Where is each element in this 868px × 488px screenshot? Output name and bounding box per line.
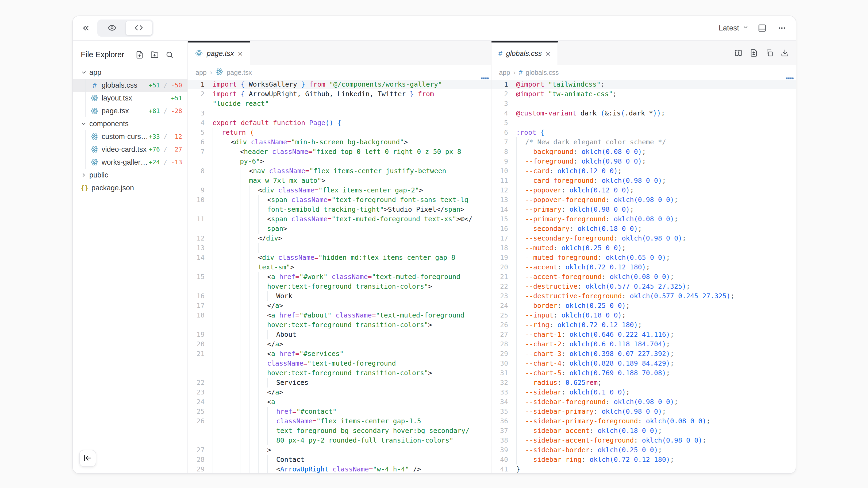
line-number: 7 bbox=[492, 137, 516, 147]
breadcrumb-folder[interactable]: app bbox=[499, 69, 510, 76]
code-line: 3 bbox=[492, 99, 796, 108]
code-line: 12</div> bbox=[188, 234, 491, 243]
new-folder-button[interactable] bbox=[151, 51, 159, 59]
file-item-works-galler-[interactable]: works-galler…+24 / -13 bbox=[73, 156, 187, 169]
version-dropdown[interactable]: Latest bbox=[719, 24, 749, 32]
line-number: 23 bbox=[188, 388, 213, 397]
line-number: 20 bbox=[188, 339, 213, 349]
chevron-down-icon bbox=[80, 69, 88, 76]
code-line: py-6"> bbox=[188, 157, 491, 166]
file-diff-button[interactable] bbox=[750, 49, 758, 57]
file-name: package.json bbox=[91, 184, 134, 192]
react-file-icon bbox=[89, 107, 100, 115]
file-item-globals.css[interactable]: #globals.css+51 / -50 bbox=[73, 79, 187, 92]
close-tab-icon[interactable]: × bbox=[546, 50, 551, 58]
folder-item-app[interactable]: app bbox=[73, 66, 187, 79]
code-line: 2@import "tw-animate-css"; bbox=[492, 89, 796, 99]
code-line: 35--sidebar-primary: oklch(0.98 0 0); bbox=[492, 407, 796, 416]
search-files-button[interactable] bbox=[165, 51, 174, 59]
code-line: text-sm"> bbox=[188, 262, 491, 272]
code-line: 15<a href="#work" className="text-muted-… bbox=[188, 272, 491, 282]
file-name: custom-curs… bbox=[102, 133, 148, 141]
editor-pane-globals-css: # globals.css × bbox=[491, 41, 796, 473]
code-line: 16Work bbox=[188, 291, 491, 301]
line-number: 41 bbox=[492, 464, 516, 473]
code-line: 30--chart-4: oklch(0.828 0.189 84.429); bbox=[492, 359, 796, 368]
split-panel-icon bbox=[734, 49, 742, 57]
close-tab-icon[interactable]: × bbox=[238, 50, 243, 58]
line-number: 26 bbox=[492, 320, 516, 330]
file-item-video-card.tsx[interactable]: video-card.tsx+76 / -27 bbox=[73, 143, 187, 156]
code-line: 17--secondary-foreground: oklch(0.98 0 0… bbox=[492, 234, 796, 243]
line-number: 26 bbox=[188, 416, 213, 426]
breadcrumb-file[interactable]: globals.css bbox=[526, 69, 559, 76]
copy-button[interactable] bbox=[765, 49, 773, 57]
file-item-custom-curs-[interactable]: custom-curs…+33 / -12 bbox=[73, 130, 187, 143]
line-number: 23 bbox=[492, 291, 516, 301]
code-line: 10--card: oklch(0.12 0 0); bbox=[492, 166, 796, 176]
line-number: 25 bbox=[492, 311, 516, 320]
code-line: 3 bbox=[188, 108, 491, 118]
code-line: 40--sidebar-ring: oklch(0.72 0.12 180); bbox=[492, 455, 796, 464]
line-number: 19 bbox=[492, 253, 516, 262]
code-line: 14--primary: oklch(0.98 0 0); bbox=[492, 205, 796, 214]
preview-toggle-button[interactable] bbox=[99, 21, 125, 35]
line-number: 17 bbox=[188, 301, 213, 311]
code-line: 34--sidebar-foreground: oklch(0.98 0 0); bbox=[492, 397, 796, 407]
version-label: Latest bbox=[719, 24, 739, 32]
file-tree: app#globals.css+51 / -50layout.tsx+51pag… bbox=[73, 66, 187, 194]
code-toggle-button[interactable] bbox=[125, 21, 152, 35]
line-number: 16 bbox=[492, 224, 516, 234]
code-line: 5return ( bbox=[188, 128, 491, 137]
line-number: 24 bbox=[188, 397, 213, 407]
code-line: 41} bbox=[492, 464, 796, 473]
line-number: 21 bbox=[492, 272, 516, 282]
line-number: 24 bbox=[492, 301, 516, 311]
diff-badge: +24 / -13 bbox=[149, 159, 182, 166]
tab-page-tsx[interactable]: page.tsx × bbox=[188, 41, 250, 65]
more-options-button[interactable] bbox=[775, 22, 788, 34]
file-item-layout.tsx[interactable]: layout.tsx+51 bbox=[73, 92, 187, 104]
collapse-sidebar-button[interactable] bbox=[79, 450, 96, 467]
code-line: 25href="#contact" bbox=[188, 407, 491, 416]
collapse-panel-button[interactable] bbox=[79, 21, 93, 35]
scroll-position-indicator bbox=[481, 77, 489, 79]
tree-indent-guide bbox=[85, 143, 86, 156]
breadcrumb-folder[interactable]: app bbox=[195, 69, 207, 76]
download-button[interactable] bbox=[781, 49, 789, 57]
code-line: 15--primary-foreground: oklch(0.08 0 0); bbox=[492, 214, 796, 224]
code-line: 8--background: oklch(0.08 0 0); bbox=[492, 147, 796, 157]
folder-item-components[interactable]: components bbox=[73, 117, 187, 130]
code-editor[interactable]: 1@import "tailwindcss";2@import "tw-anim… bbox=[492, 79, 796, 473]
split-panel-button[interactable] bbox=[734, 49, 742, 57]
chevron-down-icon bbox=[742, 24, 749, 32]
file-item-package.json[interactable]: { }package.json bbox=[73, 182, 187, 194]
panel-bottom-button[interactable] bbox=[756, 22, 769, 34]
folder-item-public[interactable]: public bbox=[73, 169, 187, 182]
code-line: 13 bbox=[188, 243, 491, 253]
line-number: 18 bbox=[492, 243, 516, 253]
diff-badge: +33 / -12 bbox=[149, 133, 182, 140]
line-number: 5 bbox=[492, 118, 516, 128]
new-folder-icon bbox=[151, 51, 159, 59]
tab-globals-css[interactable]: # globals.css × bbox=[492, 41, 558, 65]
css-file-icon: # bbox=[89, 81, 100, 90]
diff-badge: +51 bbox=[171, 95, 182, 102]
new-file-button[interactable] bbox=[135, 51, 144, 59]
file-explorer-sidebar: File Explorer app#globals.css+51 / -50la… bbox=[73, 41, 187, 473]
code-line: 5 bbox=[492, 118, 796, 128]
css-file-icon: # bbox=[498, 50, 502, 58]
code-line: 29--chart-3: oklch(0.398 0.07 227.392); bbox=[492, 349, 796, 359]
code-line: 11<span className="text-muted-foreground… bbox=[188, 214, 491, 224]
line-number: 22 bbox=[492, 282, 516, 291]
code-line: 27> bbox=[188, 445, 491, 455]
code-line: 6:root { bbox=[492, 128, 796, 137]
code-editor[interactable]: 1import { WorksGallery } from "@/compone… bbox=[188, 79, 491, 473]
code-line: 16--secondary: oklch(0.18 0 0); bbox=[492, 224, 796, 234]
line-number: 28 bbox=[188, 455, 213, 464]
code-icon bbox=[134, 24, 143, 33]
file-item-page.tsx[interactable]: page.tsx+81 / -28 bbox=[73, 104, 187, 117]
breadcrumb-file[interactable]: page.tsx bbox=[226, 69, 252, 76]
line-number: 15 bbox=[188, 272, 213, 282]
ellipsis-icon bbox=[778, 24, 786, 32]
